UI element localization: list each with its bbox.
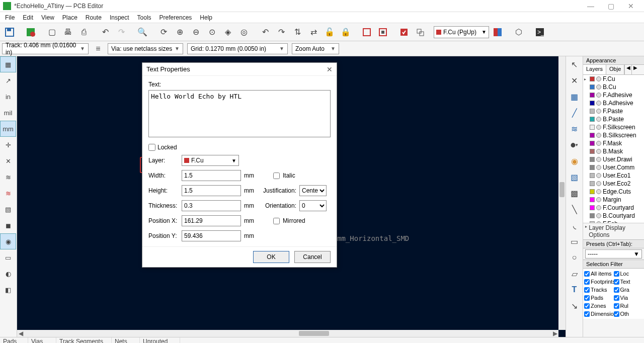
zone-visible-icon[interactable]: ▧ [0,201,16,217]
contrast-icon[interactable]: ◐ [0,266,16,282]
layer-row[interactable]: B.Mask [583,147,644,155]
grid-combo[interactable]: Grid: 0.1270 mm (0.0050 in) ▼ [187,43,288,54]
layer-display-options[interactable]: ▸Layer Display Options [583,223,644,239]
horizontal-scrollbar[interactable]: ◀▶ [17,330,558,337]
menu-inspect[interactable]: Inspect [107,13,132,22]
maximize-button[interactable]: ▢ [601,2,621,10]
place-via-icon[interactable]: ◉ [567,153,583,169]
mils-unit-icon[interactable]: mil [0,105,16,121]
zoom-window-icon[interactable]: ◈ [220,25,235,40]
layer-row[interactable]: B.Adhesive [583,99,644,107]
layer-row[interactable]: ▸F.Cu [583,75,644,83]
scripting-icon[interactable]: ⬡ [511,25,526,40]
drc-icon[interactable] [396,25,412,40]
refresh-icon[interactable]: ⟳ [156,25,171,40]
minimize-button[interactable]: — [581,2,601,10]
curved-ratsnest-icon[interactable]: ≋ [0,169,16,185]
layer-row[interactable]: B.Paste [583,115,644,123]
menu-view[interactable]: View [38,13,57,22]
filter-item[interactable]: Loc [614,270,643,278]
place-circle-icon[interactable]: ○ [567,249,583,266]
tab-objects[interactable]: Obje [606,65,624,74]
layer-row[interactable]: F.Mask [583,139,644,147]
menu-route[interactable]: Route [83,13,105,22]
layer-pair-icon[interactable] [490,25,505,40]
ok-button[interactable]: OK [253,251,289,263]
print-icon[interactable]: 🖶 [60,25,75,40]
vertical-scrollbar[interactable] [558,56,566,330]
route-diff-pair-icon[interactable]: ≋ [567,121,583,137]
layer-row[interactable]: B.Silkscreen [583,131,644,139]
italic-checkbox[interactable] [273,173,280,179]
menu-place[interactable]: Place [59,13,80,22]
place-arc-icon[interactable]: ◟ [567,217,583,233]
width-input[interactable] [182,170,241,181]
layer-dropdown[interactable]: F.Cu (PgUp) ▼ [434,26,489,38]
undo-icon[interactable]: ↶ [98,25,113,40]
cancel-button[interactable]: Cancel [294,251,331,263]
lock-icon[interactable]: 🔓 [322,25,337,40]
mirror-v-icon[interactable]: ⇅ [290,25,305,40]
mirrored-checkbox[interactable] [273,218,280,224]
mirror-h-icon[interactable]: ⇄ [306,25,321,40]
track-width-combo[interactable]: Track: 0.406 mm (0.01600 in) ▼ [2,43,89,54]
layer-row[interactable]: F.Silkscreen [583,123,644,131]
track-fill-icon[interactable]: ▭ [0,249,16,266]
menu-preferences[interactable]: Preferences [156,13,195,22]
tab-nav-right[interactable]: ▶ [631,65,638,74]
filter-item[interactable]: Zones [584,302,614,310]
thickness-input[interactable] [182,200,241,211]
layer-row[interactable]: User.Eco2 [583,180,644,188]
menu-help[interactable]: Help [197,13,215,22]
via-size-combo[interactable]: Via: use netclass sizes ▼ [108,43,183,54]
justification-select[interactable]: Center [299,185,327,196]
close-icon[interactable]: ✕ [327,65,333,73]
presets-dropdown[interactable]: -----▼ [585,249,642,259]
layer-row[interactable]: Margin [583,196,644,204]
find-icon[interactable]: 🔍 [135,25,150,40]
net-inspect-icon[interactable]: ✕ [567,72,583,89]
filter-item[interactable]: Via [614,294,643,302]
layer-row[interactable]: User.Eco1 [583,172,644,180]
filter-item[interactable]: Footprints [584,278,614,286]
route-track-icon[interactable]: ╱ [567,105,583,121]
place-keepout-icon[interactable]: ▩ [567,185,583,201]
layer-row[interactable]: F.Fab [583,220,644,223]
console-icon[interactable]: >_ [532,25,547,40]
zoom-combo[interactable]: Zoom Auto ▼ [292,43,339,54]
arrow-cursor-icon[interactable]: ↖ [567,56,583,72]
place-zone-icon[interactable]: ▧ [567,169,583,185]
zoom-out-icon[interactable]: ⊖ [188,25,203,40]
filter-item[interactable]: Text [614,278,643,286]
unlock-icon[interactable]: 🔒 [338,25,353,40]
footprint-editor-icon[interactable] [375,25,390,40]
layer-row[interactable]: F.Courtyard [583,204,644,212]
menu-file[interactable]: File [2,13,18,22]
ratsnest-icon[interactable]: ✕ [0,153,16,169]
via-fill-icon[interactable]: ◉ [0,233,16,249]
layer-row[interactable]: F.Adhesive [583,91,644,99]
track-settings-icon[interactable]: ≡ [93,43,104,54]
locked-checkbox[interactable] [148,144,155,151]
menu-tools[interactable]: Tools [134,13,154,22]
filter-item[interactable]: Pads [584,294,614,302]
zoom-in-icon[interactable]: ⊕ [172,25,187,40]
cursor-shape-icon[interactable]: ✛ [0,137,16,153]
place-dimension-icon[interactable]: ↘ [567,298,583,314]
plot-icon[interactable]: ⎙ [76,25,92,40]
place-line-icon[interactable]: ╲ [567,201,583,217]
filter-item[interactable]: Oth [614,310,643,318]
zoom-selection-icon[interactable]: ◎ [236,25,252,40]
layer-row[interactable]: B.Cu [583,83,644,91]
posx-input[interactable] [182,215,241,226]
tune-length-icon[interactable]: ⬤▾ [567,137,583,153]
place-footprint-icon[interactable]: ▦ [567,89,583,105]
layer-select[interactable]: F.Cu ▼ [182,155,239,166]
text-textarea[interactable] [148,90,331,137]
polar-coord-icon[interactable]: ↗ [0,72,16,89]
filter-item[interactable]: Rul [614,302,643,310]
height-input[interactable] [182,185,241,196]
tab-layers[interactable]: Layers [583,65,606,74]
layer-row[interactable]: B.Courtyard [583,212,644,220]
orientation-select[interactable]: 0 [299,200,327,211]
